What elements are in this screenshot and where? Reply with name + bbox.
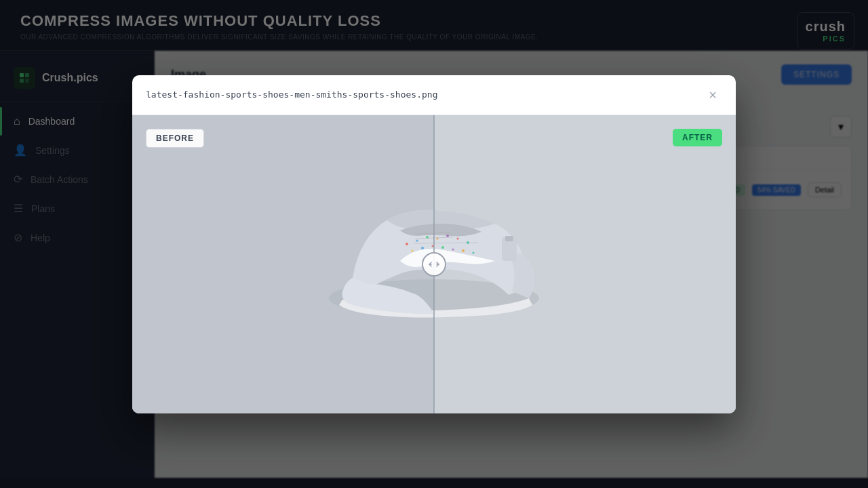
svg-point-10 bbox=[457, 237, 459, 239]
svg-point-17 bbox=[462, 249, 465, 252]
svg-point-13 bbox=[421, 247, 424, 249]
svg-rect-23 bbox=[505, 236, 513, 241]
svg-point-18 bbox=[473, 251, 475, 253]
modal-title: latest-fashion-sports-shoes-men-smiths-s… bbox=[146, 89, 437, 100]
after-badge: AFTER bbox=[673, 129, 722, 146]
image-comparison-modal: latest-fashion-sports-shoes-men-smiths-s… bbox=[132, 75, 736, 413]
svg-point-15 bbox=[441, 246, 444, 249]
divider-handle[interactable] bbox=[422, 252, 446, 277]
svg-point-6 bbox=[416, 239, 418, 241]
svg-point-5 bbox=[406, 243, 408, 245]
svg-point-12 bbox=[412, 249, 414, 251]
modal-header: latest-fashion-sports-shoes-men-smiths-s… bbox=[132, 75, 736, 115]
modal-overlay[interactable]: latest-fashion-sports-shoes-men-smiths-s… bbox=[0, 0, 868, 488]
svg-point-9 bbox=[446, 235, 449, 237]
svg-point-16 bbox=[452, 248, 454, 250]
modal-close-button[interactable]: × bbox=[703, 85, 722, 104]
before-badge: BEFORE bbox=[146, 129, 204, 148]
image-comparison-area: BEFORE AFTER bbox=[132, 115, 736, 413]
